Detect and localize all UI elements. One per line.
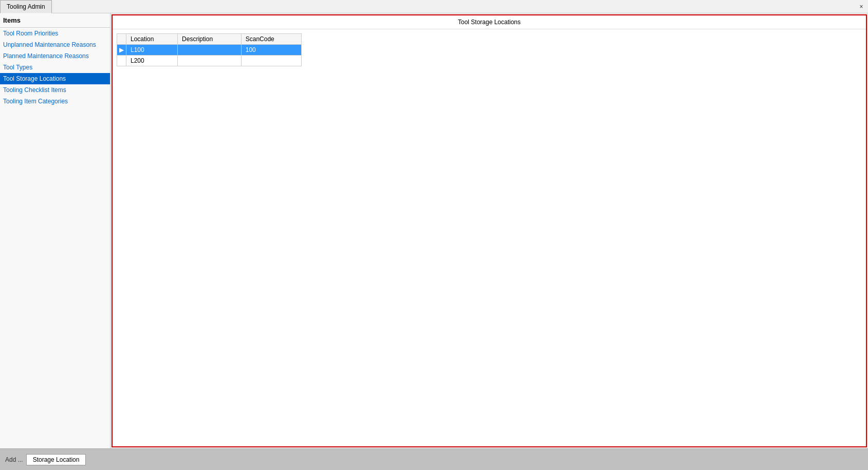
title-tab[interactable]: Tooling Admin: [0, 0, 52, 13]
sidebar-item-tooling-item-categories[interactable]: Tooling Item Categories: [0, 96, 110, 107]
main-content: Items Tool Room Priorities Unplanned Mai…: [0, 13, 868, 448]
row-description[interactable]: [178, 45, 242, 56]
sidebar-item-tool-storage-locations[interactable]: Tool Storage Locations: [0, 73, 110, 84]
app-window: Tooling Admin × Items Tool Room Prioriti…: [0, 0, 868, 470]
bottom-bar: Add ... Storage Location: [0, 448, 868, 470]
sidebar-item-unplanned-maintenance-reasons[interactable]: Unplanned Maintenance Reasons: [0, 39, 110, 50]
row-location[interactable]: L200: [126, 56, 178, 66]
panel-title: Tool Storage Locations: [113, 15, 866, 29]
row-arrow-icon: ▶: [119, 46, 124, 53]
sidebar-item-tool-types[interactable]: Tool Types: [0, 62, 110, 73]
sidebar: Items Tool Room Priorities Unplanned Mai…: [0, 13, 110, 448]
storage-locations-table: Location Description ScanCode ▶ L100 100: [117, 33, 302, 66]
sidebar-header: Items: [0, 13, 110, 28]
sidebar-item-planned-maintenance-reasons[interactable]: Planned Maintenance Reasons: [0, 50, 110, 62]
row-description[interactable]: [178, 56, 242, 66]
title-bar: Tooling Admin ×: [0, 0, 868, 13]
col-header-scancode: ScanCode: [241, 34, 301, 45]
row-scancode[interactable]: [241, 56, 301, 66]
row-arrow-cell: [117, 56, 126, 66]
row-arrow-cell: ▶: [117, 45, 126, 56]
title-tab-label: Tooling Admin: [7, 3, 45, 10]
row-scancode[interactable]: 100: [241, 45, 301, 56]
add-label: Add ...: [5, 456, 23, 463]
table-row[interactable]: L200: [117, 56, 302, 66]
col-header-arrow: [117, 34, 126, 45]
sidebar-item-tool-room-priorities[interactable]: Tool Room Priorities: [0, 28, 110, 39]
add-storage-location-button[interactable]: Storage Location: [26, 454, 86, 465]
content-panel: Tool Storage Locations Location Descript…: [112, 14, 867, 447]
col-header-description: Description: [178, 34, 242, 45]
close-button[interactable]: ×: [857, 2, 866, 11]
row-location[interactable]: L100: [126, 45, 178, 56]
table-row[interactable]: ▶ L100 100: [117, 45, 302, 56]
sidebar-item-tooling-checklist-items[interactable]: Tooling Checklist Items: [0, 84, 110, 96]
close-icon: ×: [859, 3, 863, 10]
panel-body: Location Description ScanCode ▶ L100 100: [113, 29, 866, 446]
col-header-location: Location: [126, 34, 178, 45]
